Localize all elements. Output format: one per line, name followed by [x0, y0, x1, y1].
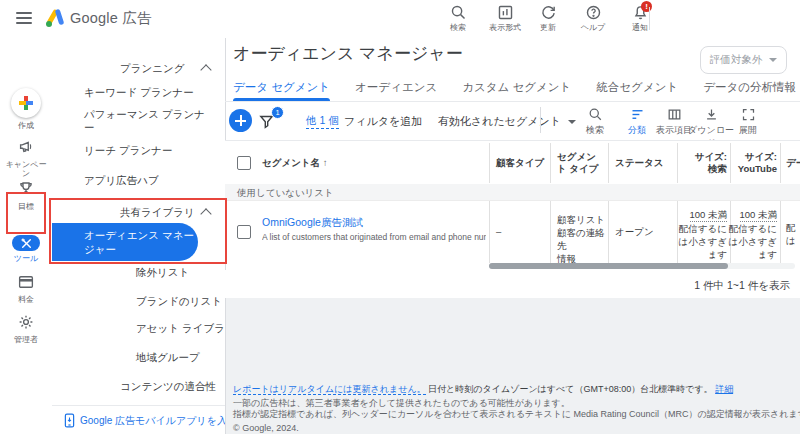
- table-search-button[interactable]: 検索: [572, 107, 618, 137]
- chevron-up-icon[interactable]: [200, 208, 211, 219]
- help-icon: [585, 4, 602, 21]
- evaluation-status-dropdown[interactable]: 評価対象外: [700, 46, 787, 74]
- column-separator: [489, 201, 490, 263]
- size-youtube-value[interactable]: 100 未満: [740, 208, 778, 222]
- segment-name-link[interactable]: OmniGoogle廣告測試: [262, 216, 363, 230]
- tab-label: オーディエンス: [355, 81, 437, 93]
- topbar-divider: [649, 7, 650, 30]
- gear-icon: [17, 313, 35, 331]
- rail-item-goals[interactable]: 目標: [0, 180, 52, 211]
- cut-line1: 配: [786, 221, 796, 234]
- column-header-cut[interactable]: デー: [786, 157, 800, 169]
- sidebar-section-shared-library[interactable]: 共有ライブラリ: [120, 206, 195, 220]
- topbar-help-label: ヘルプ: [570, 22, 616, 33]
- footer-details-link[interactable]: 詳細: [715, 384, 733, 394]
- tab-label: データの分析情報: [703, 81, 796, 93]
- table-search-label: 検索: [572, 124, 618, 137]
- column-separator: [780, 201, 781, 263]
- tab-label: 統合セグメント: [596, 81, 678, 93]
- topbar-refresh-button[interactable]: 更新: [525, 4, 571, 33]
- column-separator: [608, 143, 609, 183]
- topbar-display-format-button[interactable]: 表示形式: [482, 4, 528, 33]
- rail-campaigns-label: キャンペーン: [0, 160, 52, 178]
- rail-item-admin[interactable]: 管理者: [0, 313, 52, 344]
- topbar-notifications-button[interactable]: ! 通知: [617, 4, 663, 33]
- topbar-help-button[interactable]: ヘルプ: [570, 4, 616, 33]
- page-title: オーディエンス マネージャー: [233, 42, 463, 65]
- sidebar-item-reach-planner[interactable]: リーチ プランナー: [84, 144, 206, 157]
- add-filter-label[interactable]: フィルタを追加: [344, 114, 422, 129]
- hamburger-menu-icon[interactable]: [16, 12, 32, 27]
- column-separator: [780, 143, 781, 183]
- rail-tools-label: ツール: [0, 254, 52, 263]
- add-segment-button[interactable]: [229, 109, 252, 132]
- tools-selected-pill[interactable]: [12, 235, 40, 251]
- segment-status-label: 有効化されたセグメント: [438, 114, 561, 129]
- rail-goals-label: 目標: [0, 202, 52, 211]
- chevron-down-icon: [769, 58, 777, 62]
- footer-realtime-link[interactable]: レポートはリアルタイムには更新されません。: [233, 384, 426, 395]
- pagination-summary: 1 件中 1~1 件を表示: [694, 279, 790, 293]
- tab-custom-segments[interactable]: カスタム セグメント: [462, 80, 571, 101]
- rail-item-create[interactable]: 作成: [0, 88, 52, 130]
- table-header-row: セグメント名 ↑ 顧客タイプ セグメント タイプ ステータス サイズ: 検索 サ…: [225, 140, 800, 186]
- tab-data-segments[interactable]: データ セグメント: [233, 80, 330, 101]
- column-header-size-youtube[interactable]: サイズ: YouTube: [712, 151, 777, 175]
- sidebar-item-performance-planner[interactable]: パフォーマンス プランナー: [84, 108, 206, 134]
- columns-icon: [667, 107, 682, 122]
- icon-rail: 作成 キャンペーン 目標 ツール 料金: [0, 36, 52, 434]
- sidebar-section-planning[interactable]: プランニング: [120, 62, 184, 76]
- rail-item-billing[interactable]: 料金: [0, 273, 52, 304]
- chart-icon: [497, 4, 514, 21]
- column-separator: [489, 143, 490, 183]
- table-row[interactable]: OmniGoogle廣告測試 A list of customers that …: [225, 200, 800, 263]
- column-header-segment-name[interactable]: セグメント名 ↑: [262, 157, 328, 169]
- segment-description: A list of customers that originated from…: [262, 232, 486, 242]
- more-filters-link[interactable]: 他 1 個: [306, 114, 339, 129]
- column-header-status[interactable]: ステータス: [615, 157, 663, 169]
- phone-icon: [64, 413, 75, 428]
- column-header-customer-type[interactable]: 顧客タイプ: [496, 157, 544, 169]
- mobile-app-link[interactable]: Google 広告モバイルアプリを入手: [64, 413, 237, 428]
- cell-segment-type: 顧客リスト 顧客の連絡先 情報: [557, 213, 609, 265]
- rail-item-tools[interactable]: ツール: [0, 235, 52, 263]
- create-button[interactable]: [11, 88, 41, 118]
- size-youtube-line1: サイズ:: [712, 151, 777, 163]
- column-header-segment-type[interactable]: セグメント タイプ: [557, 151, 605, 175]
- rail-billing-label: 料金: [0, 295, 52, 304]
- filter-button[interactable]: 1: [258, 108, 284, 134]
- rail-create-label: 作成: [0, 121, 52, 130]
- table-group-row: 使用していないリスト: [225, 184, 800, 200]
- evaluation-status-label: 評価対象外: [710, 53, 763, 67]
- topbar-notifications-label: 通知: [617, 22, 663, 33]
- rail-admin-label: 管理者: [0, 335, 52, 344]
- search-icon: [588, 107, 603, 122]
- tab-data-insights[interactable]: データの分析情報: [703, 80, 796, 101]
- footer-copyright: © Google, 2024.: [233, 423, 299, 433]
- tab-audiences[interactable]: オーディエンス: [355, 80, 437, 101]
- table-expand-button[interactable]: 展開: [725, 107, 771, 137]
- row-checkbox[interactable]: [237, 225, 251, 239]
- topbar: Google 広告 検索 表示形式 更新 ヘルプ: [0, 0, 800, 36]
- sidebar-item-audience-manager[interactable]: オーディエンス マネージャー: [52, 223, 198, 261]
- rail-item-campaigns[interactable]: キャンペーン: [0, 138, 52, 178]
- expand-icon: [741, 107, 756, 122]
- tools-icon: [20, 237, 33, 250]
- segment-status-dropdown[interactable]: 有効化されたセグメント: [438, 114, 576, 129]
- horizontal-scrollbar-thumb[interactable]: [489, 263, 728, 269]
- sidebar-item-app-ads-hub[interactable]: アプリ広告ハブ: [84, 174, 206, 187]
- select-all-checkbox[interactable]: [237, 156, 251, 170]
- column-separator: [608, 201, 609, 263]
- topbar-search-button[interactable]: 検索: [435, 4, 481, 33]
- sort-lines-icon: [630, 107, 645, 122]
- cut-line2: は: [786, 234, 796, 247]
- audience-manager-label: オーディエンス マネージャー: [84, 228, 196, 256]
- chevron-up-icon[interactable]: [200, 64, 211, 75]
- filter-count-badge: 1: [271, 106, 284, 119]
- sidebar-section-content-suitability[interactable]: コンテンツの適合性: [120, 380, 216, 394]
- sidebar-item-keyword-planner[interactable]: キーワード プランナー: [84, 86, 206, 99]
- cell-status: オープン: [615, 225, 654, 238]
- table-expand-label: 展開: [725, 124, 771, 137]
- google-ads-logo-icon[interactable]: [44, 7, 66, 29]
- tab-combined-segments[interactable]: 統合セグメント: [596, 80, 678, 101]
